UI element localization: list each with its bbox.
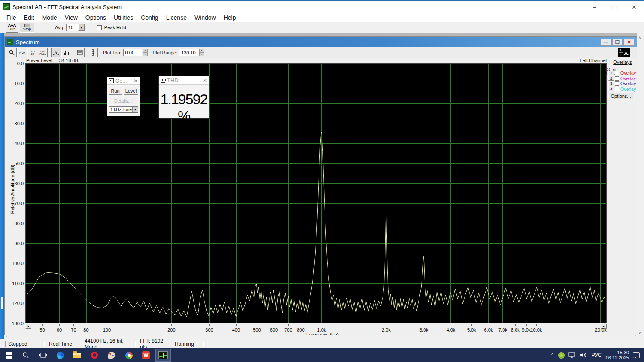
scroll-down-icon[interactable]: ˅: [638, 331, 641, 335]
plot-range-spinner[interactable]: ▲▼: [199, 49, 204, 56]
menu-item-mode[interactable]: Mode: [38, 14, 61, 21]
x-tick-mark: [236, 324, 237, 326]
scroll-left-icon[interactable]: ‹: [6, 334, 7, 338]
chevron-down-icon[interactable]: ▼: [78, 24, 85, 31]
overlay-set-button-1[interactable]: 1: [608, 71, 614, 75]
plot-scroll-left-button[interactable]: ◄: [25, 324, 31, 329]
overlay-label-1: Overlay 1: [620, 70, 637, 75]
overlay-label-2: Overlay 2: [620, 76, 637, 81]
power-level-readout: Power Level = -34.18 dB: [26, 58, 78, 63]
generator-tone-value: 1 kHz Tone: [110, 107, 132, 112]
menu-item-edit[interactable]: Edit: [20, 14, 38, 21]
taskbar: W ⌃ РУС 15:30 06.11.2025: [0, 348, 644, 362]
y-tick-label: -110.0: [6, 281, 24, 286]
line-plot-mode-button[interactable]: [51, 48, 61, 57]
folder-icon: [73, 353, 81, 358]
peak-hold-checkbox[interactable]: [97, 25, 102, 30]
maximize-button[interactable]: □: [605, 1, 624, 13]
windows-logo-icon: [6, 352, 12, 359]
taskbar-chrome-icon[interactable]: [120, 348, 137, 362]
menu-item-window[interactable]: Window: [191, 14, 220, 21]
taskbar-wps-icon[interactable]: W: [137, 348, 155, 362]
run-button[interactable]: Run: [6, 23, 18, 33]
x-tick-label: 3.0k: [414, 327, 433, 332]
bar-plot-mode-button[interactable]: [61, 48, 71, 57]
generator-close-icon[interactable]: ✕: [134, 78, 138, 84]
svg-text:S: S: [619, 48, 621, 52]
close-button[interactable]: ✕: [624, 1, 644, 13]
tray-antivirus-icon[interactable]: [558, 352, 565, 359]
status-segment-1: Real Time: [46, 341, 80, 347]
spectrum-close-button[interactable]: ✕: [624, 39, 634, 46]
tray-language[interactable]: РУС: [592, 352, 602, 358]
generator-run-button[interactable]: Run: [109, 87, 122, 95]
zoom-out-full-button[interactable]: OUT FULL: [38, 48, 48, 57]
chevron-down-icon[interactable]: ▼: [132, 107, 138, 112]
generator-level-button[interactable]: Level: [124, 87, 138, 95]
overlay-on-checkbox-3[interactable]: [615, 81, 619, 86]
y-tick-label: -40.0: [6, 141, 24, 146]
mdi-vertical-scrollbar[interactable]: ˄ ˅: [637, 33, 644, 339]
overlay-on-checkbox-4[interactable]: [615, 87, 619, 91]
overlay-set-button-2[interactable]: 2: [608, 76, 614, 81]
menu-item-utilities[interactable]: Utilities: [110, 14, 137, 21]
tray-chevron-up-icon[interactable]: ⌃: [550, 353, 554, 358]
menu-item-help[interactable]: Help: [220, 14, 240, 21]
overlay-row-3: 3Overlay 3: [608, 81, 637, 86]
minimize-button[interactable]: –: [585, 1, 605, 13]
start-button[interactable]: [0, 348, 17, 362]
generator-tone-select[interactable]: 1 kHz Tone ▼: [109, 106, 138, 113]
stop-button[interactable]: Stop: [20, 23, 34, 33]
generator-titlebar[interactable]: Ge... ✕: [107, 77, 140, 85]
taskbar-spectralab-active[interactable]: [155, 349, 171, 362]
task-view-button[interactable]: [34, 348, 52, 362]
scale-adjust-button[interactable]: [88, 48, 98, 57]
scroll-up-icon[interactable]: ˄: [638, 36, 641, 40]
spectrum-minimize-button[interactable]: —: [601, 39, 611, 46]
x-tick-mark: [59, 324, 60, 326]
spectrum-restore-button[interactable]: ❐: [612, 39, 623, 46]
svg-text:T: T: [619, 53, 621, 57]
menu-item-view[interactable]: View: [61, 14, 82, 21]
network-display-icon[interactable]: [568, 352, 576, 358]
overlay-set-button-4[interactable]: 4: [608, 87, 614, 91]
menu-item-file[interactable]: File: [3, 14, 20, 21]
scroll-right-icon[interactable]: ›: [635, 334, 636, 338]
taskbar-paint3d-icon[interactable]: [103, 348, 120, 362]
overlay-on-checkbox-1[interactable]: [615, 71, 619, 75]
menu-item-config[interactable]: Config: [137, 14, 162, 21]
spectrum-titlebar[interactable]: Spectrum — ❐ ✕: [5, 37, 637, 47]
zoom-in-2x-button[interactable]: IN 2X: [17, 48, 27, 57]
avg-select[interactable]: 10 ▼: [66, 24, 85, 31]
tray-time: 15:30: [606, 350, 629, 355]
overlays-options-button[interactable]: Options...: [608, 93, 633, 99]
zoom-tool-button[interactable]: [7, 48, 17, 57]
menu-item-license[interactable]: License: [162, 14, 191, 21]
taskbar-search-button[interactable]: [17, 348, 34, 362]
spectrum-trace: [27, 132, 606, 317]
taskbar-opera-icon[interactable]: [86, 348, 103, 362]
zoom-out-2x-button[interactable]: OUT 2X: [27, 48, 37, 57]
overlay-on-checkbox-2[interactable]: [615, 76, 619, 81]
app-titlebar: SpectraLAB - FFT Spectral Analysis Syste…: [0, 0, 644, 13]
data-list-button[interactable]: [75, 48, 85, 57]
generator-details-button[interactable]: Details...: [109, 97, 137, 104]
paint-3d-icon: [108, 352, 115, 359]
taskbar-file-explorer-icon[interactable]: [69, 348, 86, 362]
scrollbar-thumb[interactable]: [1, 297, 3, 309]
menu-item-options[interactable]: Options: [82, 14, 110, 21]
taskbar-edge-icon[interactable]: [52, 348, 69, 362]
notification-center-icon[interactable]: [633, 352, 640, 358]
plot-top-input[interactable]: 0.00: [123, 49, 142, 56]
speaker-icon[interactable]: [580, 352, 588, 358]
overlay-set-button-3[interactable]: 3: [608, 81, 614, 86]
thd-close-icon[interactable]: ✕: [203, 78, 207, 84]
thd-title: THD: [167, 77, 179, 84]
plot-top-spinner[interactable]: ▲▼: [143, 49, 148, 56]
plot-range-input[interactable]: 130.10: [179, 49, 199, 56]
tray-clock[interactable]: 15:30 06.11.2025: [606, 350, 629, 360]
thd-titlebar[interactable]: THD ✕: [159, 76, 209, 85]
magnifier-icon: [9, 50, 15, 55]
overlay-row-2: 2Overlay 2: [608, 76, 637, 81]
y-tick-label: -120.0: [6, 301, 24, 306]
